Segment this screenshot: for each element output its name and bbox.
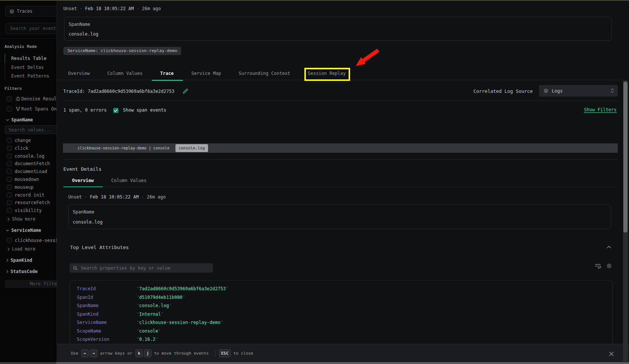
attribute-key[interactable]: ScopeName (77, 328, 136, 334)
attribute-key[interactable]: TraceId (77, 286, 136, 291)
value-label: mouseup (15, 185, 34, 190)
show-span-events-checkbox[interactable] (113, 108, 118, 113)
analysis-mode-item[interactable]: Results Table (4, 54, 56, 63)
log-source-select[interactable]: Logs (539, 85, 618, 97)
checkbox-unchecked[interactable] (7, 185, 12, 190)
gear-icon[interactable] (606, 263, 612, 269)
more-filters-button[interactable]: More filters (5, 280, 57, 288)
checkbox-unchecked[interactable] (7, 138, 12, 143)
value-label: clickhouse-sessi (15, 238, 57, 243)
field-value: console.log (69, 31, 98, 37)
attribute-value[interactable]: "console.log" (136, 303, 172, 308)
spanname-value-item[interactable]: resourceFetch (0, 199, 57, 207)
collapse-chevron-up-icon[interactable] (607, 246, 611, 249)
attribute-value[interactable]: "clickhouse-session-replay-demo" (136, 320, 223, 325)
checkbox-unchecked[interactable] (7, 169, 12, 174)
top-level-attributes-title: Top Level Attributes (70, 245, 129, 250)
spanname-value-item[interactable]: documentLoad (0, 168, 57, 176)
value-label: documentLoad (15, 169, 47, 174)
value-label: resourceFetch (15, 200, 50, 205)
checkbox-unchecked[interactable] (7, 106, 12, 112)
tab-column-values[interactable]: Column Values (99, 68, 151, 80)
value-label: visibility (15, 208, 42, 213)
servicename-section-header[interactable]: ServiceName (6, 228, 41, 233)
checkbox-unchecked[interactable] (7, 146, 12, 151)
chevron-down-icon (6, 229, 9, 232)
horizontal-scrollbar-thumb[interactable] (56, 362, 629, 364)
spanname-section-header[interactable]: SpanName (6, 117, 33, 122)
attribute-key[interactable]: ScopeVersion (77, 337, 136, 342)
checkbox-unchecked[interactable] (7, 96, 12, 101)
analysis-mode-item[interactable]: Event Patterns (4, 72, 56, 81)
spankind-section-header[interactable]: SpanKind (6, 258, 32, 263)
spanname-values-search-input[interactable]: Search values... (5, 125, 57, 134)
tab-overview[interactable]: Overview (59, 68, 99, 80)
statuscode-section-label: StatusCode (10, 269, 37, 274)
edit-trace-id-icon[interactable] (183, 88, 188, 94)
denoise-icon (16, 97, 20, 101)
checkbox-unchecked[interactable] (7, 200, 12, 205)
branch-icon (16, 107, 20, 111)
filter-toggle-label: Root Spans Onl (21, 106, 57, 112)
properties-search-placeholder: Search properties by key or value (81, 266, 170, 271)
checkbox-unchecked[interactable] (7, 192, 12, 198)
spanname-value-item[interactable]: mousedown (0, 176, 57, 183)
service-name-tag[interactable]: ServiceName: clickhouse-session-replay-d… (63, 47, 181, 55)
attribute-value[interactable]: "d51079d4eb11b080" (136, 295, 185, 300)
wrap-lines-icon[interactable] (595, 264, 601, 269)
spanname-value-item[interactable]: visibility (0, 207, 57, 215)
ed-tab-overview[interactable]: Overview (63, 175, 102, 187)
attribute-value[interactable]: "0.16.2" (136, 337, 158, 342)
vertical-scrollbar-thumb[interactable] (623, 82, 628, 233)
show-filters-link[interactable]: Show Filters (584, 107, 617, 113)
analysis-mode-group: Results TableEvent DeltasEvent Patterns (4, 54, 56, 81)
attribute-key[interactable]: SpanKind (77, 312, 136, 317)
spanname-value-item[interactable]: record init (0, 191, 57, 199)
sidebar-search-input[interactable]: Search your event (5, 23, 57, 34)
field-value: console.log (73, 219, 102, 225)
spanname-value-item[interactable]: console.log (0, 152, 57, 160)
attribute-value[interactable]: "Internal" (136, 312, 163, 317)
spanname-field-box-2: SpanName console.log (68, 204, 611, 229)
ed-tab-column-values[interactable]: Column Values (102, 175, 155, 187)
properties-search-input[interactable]: Search properties by key or value (70, 263, 213, 273)
checkbox-unchecked[interactable] (7, 161, 12, 166)
servicename-load-more[interactable]: Load more (7, 246, 35, 252)
servicename-value-item[interactable]: clickhouse-sessi (0, 237, 57, 245)
traces-source-button[interactable]: Traces (5, 6, 57, 16)
checkbox-unchecked[interactable] (7, 238, 12, 243)
filter-toggle-denoise[interactable]: Denoise Result (0, 94, 57, 104)
kbd-j: j (144, 349, 151, 357)
attribute-key[interactable]: SpanName (77, 303, 136, 308)
attribute-value[interactable]: "console" (136, 328, 161, 334)
chevron-right-icon (7, 218, 10, 221)
attribute-value[interactable]: "7ad2ad8660c9d53969a6bf6a3e2d2753" (136, 286, 229, 291)
quote: " (161, 312, 163, 317)
spanname-value-item[interactable]: change (0, 137, 57, 145)
tab-service-map[interactable]: Service Map (183, 68, 230, 80)
quote: " (156, 337, 158, 342)
sidebar-search-placeholder: Search your event (10, 26, 56, 31)
checkbox-unchecked[interactable] (7, 208, 12, 213)
filter-toggle-label: Denoise Result (21, 96, 57, 101)
event-details-tabs: OverviewColumn Values (63, 175, 155, 187)
statuscode-section-header[interactable]: StatusCode (6, 269, 37, 274)
spanname-value-item[interactable]: mouseup (0, 183, 57, 191)
spanname-value-item[interactable]: documentFetch (0, 160, 57, 168)
trace-span-bar[interactable]: clickhouse-session-replay-demo | console… (63, 143, 618, 153)
field-label: SpanName (69, 22, 90, 27)
filter-toggle-branch[interactable]: Root Spans Onl (0, 104, 57, 114)
checkbox-unchecked[interactable] (7, 177, 12, 182)
attribute-key[interactable]: ServiceName (77, 320, 136, 325)
correlated-log-source-label: Correlated Log Source (473, 89, 533, 94)
checkbox-unchecked[interactable] (7, 154, 12, 159)
spanname-value-item[interactable]: click (0, 144, 57, 152)
analysis-mode-item[interactable]: Event Deltas (4, 63, 56, 72)
tab-trace[interactable]: Trace (151, 68, 183, 80)
value-label: change (15, 138, 31, 143)
field-label: SpanName (73, 209, 94, 215)
close-icon[interactable] (608, 351, 614, 357)
tab-surrounding-context[interactable]: Surrounding Context (230, 68, 299, 80)
spanname-show-more[interactable]: Show more (7, 216, 35, 222)
attribute-key[interactable]: SpanId (77, 295, 136, 300)
